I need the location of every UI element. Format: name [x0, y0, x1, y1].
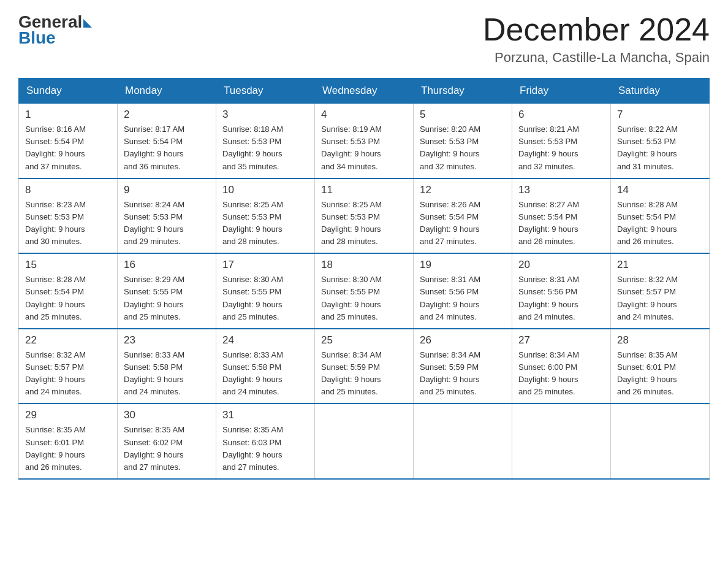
- calendar-table: SundayMondayTuesdayWednesdayThursdayFrid…: [18, 78, 710, 480]
- calendar-cell: 26 Sunrise: 8:34 AM Sunset: 5:59 PM Dayl…: [414, 329, 512, 404]
- calendar-cell: [315, 404, 414, 479]
- calendar-cell: 30 Sunrise: 8:35 AM Sunset: 6:02 PM Dayl…: [118, 404, 216, 479]
- day-info: Sunrise: 8:32 AM Sunset: 5:57 PM Dayligh…: [617, 274, 703, 323]
- calendar-week-row: 8 Sunrise: 8:23 AM Sunset: 5:53 PM Dayli…: [19, 178, 710, 254]
- day-info: Sunrise: 8:32 AM Sunset: 5:57 PM Dayligh…: [25, 349, 111, 399]
- day-info: Sunrise: 8:18 AM Sunset: 5:53 PM Dayligh…: [222, 123, 308, 173]
- title-section: December 2024 Porzuna, Castille-La Manch…: [483, 12, 710, 66]
- calendar-cell: 28 Sunrise: 8:35 AM Sunset: 6:01 PM Dayl…: [611, 329, 710, 404]
- calendar-header-friday: Friday: [512, 79, 611, 104]
- day-info: Sunrise: 8:35 AM Sunset: 6:03 PM Dayligh…: [222, 424, 308, 473]
- calendar-cell: 5 Sunrise: 8:20 AM Sunset: 5:53 PM Dayli…: [414, 104, 512, 178]
- calendar-cell: 29 Sunrise: 8:35 AM Sunset: 6:01 PM Dayl…: [19, 404, 118, 479]
- day-number: 25: [321, 334, 407, 347]
- calendar-cell: 2 Sunrise: 8:17 AM Sunset: 5:54 PM Dayli…: [118, 104, 216, 178]
- day-number: 14: [617, 184, 703, 196]
- day-info: Sunrise: 8:33 AM Sunset: 5:58 PM Dayligh…: [124, 349, 210, 399]
- day-number: 17: [222, 259, 308, 271]
- calendar-cell: 1 Sunrise: 8:16 AM Sunset: 5:54 PM Dayli…: [19, 104, 118, 178]
- day-info: Sunrise: 8:21 AM Sunset: 5:53 PM Dayligh…: [518, 123, 604, 173]
- day-number: 23: [124, 334, 210, 347]
- day-number: 4: [321, 109, 407, 121]
- logo: General Blue: [18, 12, 92, 48]
- day-number: 8: [25, 184, 111, 196]
- day-number: 19: [420, 259, 506, 271]
- day-info: Sunrise: 8:35 AM Sunset: 6:01 PM Dayligh…: [25, 424, 111, 473]
- calendar-cell: 12 Sunrise: 8:26 AM Sunset: 5:54 PM Dayl…: [414, 178, 512, 254]
- day-info: Sunrise: 8:17 AM Sunset: 5:54 PM Dayligh…: [124, 123, 210, 173]
- day-number: 3: [222, 109, 308, 121]
- calendar-cell: 9 Sunrise: 8:24 AM Sunset: 5:53 PM Dayli…: [118, 178, 216, 254]
- day-info: Sunrise: 8:35 AM Sunset: 6:01 PM Dayligh…: [617, 349, 703, 399]
- day-number: 9: [124, 184, 210, 196]
- day-number: 22: [25, 334, 111, 347]
- day-number: 12: [420, 184, 506, 196]
- calendar-cell: 18 Sunrise: 8:30 AM Sunset: 5:55 PM Dayl…: [315, 253, 414, 329]
- calendar-cell: 19 Sunrise: 8:31 AM Sunset: 5:56 PM Dayl…: [414, 253, 512, 329]
- day-info: Sunrise: 8:35 AM Sunset: 6:02 PM Dayligh…: [124, 424, 210, 473]
- day-number: 24: [222, 334, 308, 347]
- calendar-cell: 14 Sunrise: 8:28 AM Sunset: 5:54 PM Dayl…: [611, 178, 710, 254]
- day-number: 31: [222, 409, 308, 421]
- day-number: 16: [124, 259, 210, 271]
- location-title: Porzuna, Castille-La Mancha, Spain: [483, 50, 710, 66]
- day-number: 10: [222, 184, 308, 196]
- day-number: 15: [25, 259, 111, 271]
- day-info: Sunrise: 8:27 AM Sunset: 5:54 PM Dayligh…: [518, 199, 604, 248]
- day-number: 6: [518, 109, 604, 121]
- logo-triangle-icon: [83, 19, 92, 28]
- day-number: 1: [25, 109, 111, 121]
- calendar-cell: 25 Sunrise: 8:34 AM Sunset: 5:59 PM Dayl…: [315, 329, 414, 404]
- day-info: Sunrise: 8:25 AM Sunset: 5:53 PM Dayligh…: [321, 199, 407, 248]
- calendar-cell: 16 Sunrise: 8:29 AM Sunset: 5:55 PM Dayl…: [118, 253, 216, 329]
- calendar-cell: 10 Sunrise: 8:25 AM Sunset: 5:53 PM Dayl…: [216, 178, 315, 254]
- day-info: Sunrise: 8:34 AM Sunset: 6:00 PM Dayligh…: [518, 349, 604, 399]
- day-info: Sunrise: 8:24 AM Sunset: 5:53 PM Dayligh…: [124, 199, 210, 248]
- calendar-cell: 21 Sunrise: 8:32 AM Sunset: 5:57 PM Dayl…: [611, 253, 710, 329]
- day-info: Sunrise: 8:34 AM Sunset: 5:59 PM Dayligh…: [420, 349, 506, 399]
- day-info: Sunrise: 8:28 AM Sunset: 5:54 PM Dayligh…: [25, 274, 111, 323]
- calendar-cell: 27 Sunrise: 8:34 AM Sunset: 6:00 PM Dayl…: [512, 329, 611, 404]
- day-info: Sunrise: 8:33 AM Sunset: 5:58 PM Dayligh…: [222, 349, 308, 399]
- day-info: Sunrise: 8:30 AM Sunset: 5:55 PM Dayligh…: [222, 274, 308, 323]
- calendar-cell: [414, 404, 512, 479]
- calendar-cell: 31 Sunrise: 8:35 AM Sunset: 6:03 PM Dayl…: [216, 404, 315, 479]
- calendar-week-row: 1 Sunrise: 8:16 AM Sunset: 5:54 PM Dayli…: [19, 104, 710, 178]
- day-info: Sunrise: 8:23 AM Sunset: 5:53 PM Dayligh…: [25, 199, 111, 248]
- calendar-cell: 20 Sunrise: 8:31 AM Sunset: 5:56 PM Dayl…: [512, 253, 611, 329]
- calendar-week-row: 15 Sunrise: 8:28 AM Sunset: 5:54 PM Dayl…: [19, 253, 710, 329]
- day-number: 13: [518, 184, 604, 196]
- day-info: Sunrise: 8:22 AM Sunset: 5:53 PM Dayligh…: [617, 123, 703, 173]
- calendar-cell: 8 Sunrise: 8:23 AM Sunset: 5:53 PM Dayli…: [19, 178, 118, 254]
- day-number: 26: [420, 334, 506, 347]
- day-info: Sunrise: 8:30 AM Sunset: 5:55 PM Dayligh…: [321, 274, 407, 323]
- day-info: Sunrise: 8:31 AM Sunset: 5:56 PM Dayligh…: [518, 274, 604, 323]
- day-number: 21: [617, 259, 703, 271]
- calendar-cell: 3 Sunrise: 8:18 AM Sunset: 5:53 PM Dayli…: [216, 104, 315, 178]
- day-info: Sunrise: 8:16 AM Sunset: 5:54 PM Dayligh…: [25, 123, 111, 173]
- day-number: 30: [124, 409, 210, 421]
- day-number: 29: [25, 409, 111, 421]
- calendar-cell: 23 Sunrise: 8:33 AM Sunset: 5:58 PM Dayl…: [118, 329, 216, 404]
- calendar-cell: 6 Sunrise: 8:21 AM Sunset: 5:53 PM Dayli…: [512, 104, 611, 178]
- calendar-cell: 24 Sunrise: 8:33 AM Sunset: 5:58 PM Dayl…: [216, 329, 315, 404]
- calendar-week-row: 29 Sunrise: 8:35 AM Sunset: 6:01 PM Dayl…: [19, 404, 710, 479]
- calendar-cell: 4 Sunrise: 8:19 AM Sunset: 5:53 PM Dayli…: [315, 104, 414, 178]
- day-number: 20: [518, 259, 604, 271]
- day-number: 2: [124, 109, 210, 121]
- calendar-cell: 11 Sunrise: 8:25 AM Sunset: 5:53 PM Dayl…: [315, 178, 414, 254]
- day-info: Sunrise: 8:26 AM Sunset: 5:54 PM Dayligh…: [420, 199, 506, 248]
- logo-blue-text: Blue: [18, 28, 92, 48]
- calendar-cell: 7 Sunrise: 8:22 AM Sunset: 5:53 PM Dayli…: [611, 104, 710, 178]
- day-info: Sunrise: 8:29 AM Sunset: 5:55 PM Dayligh…: [124, 274, 210, 323]
- day-info: Sunrise: 8:20 AM Sunset: 5:53 PM Dayligh…: [420, 123, 506, 173]
- day-info: Sunrise: 8:28 AM Sunset: 5:54 PM Dayligh…: [617, 199, 703, 248]
- day-number: 11: [321, 184, 407, 196]
- calendar-cell: [611, 404, 710, 479]
- day-number: 27: [518, 334, 604, 347]
- calendar-header-sunday: Sunday: [19, 79, 118, 104]
- calendar-cell: [512, 404, 611, 479]
- calendar-header-tuesday: Tuesday: [216, 79, 315, 104]
- calendar-week-row: 22 Sunrise: 8:32 AM Sunset: 5:57 PM Dayl…: [19, 329, 710, 404]
- day-number: 28: [617, 334, 703, 347]
